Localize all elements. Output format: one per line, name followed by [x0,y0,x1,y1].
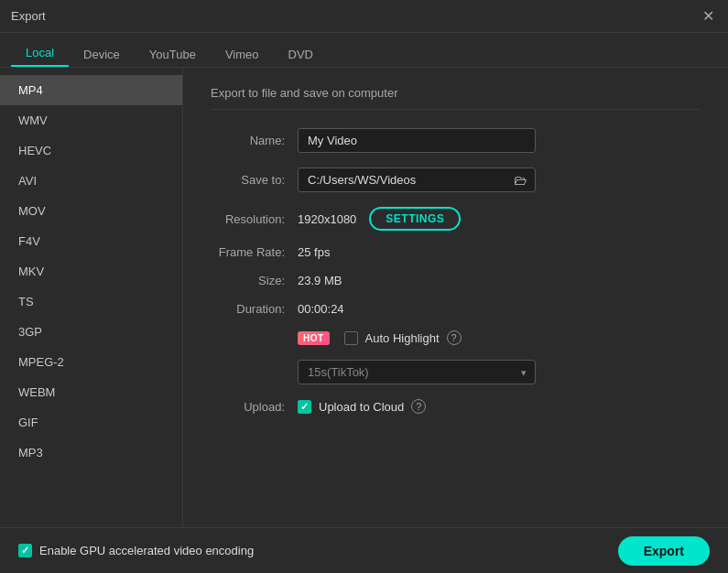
upload-container: Upload to Cloud ? [298,399,426,414]
tiktok-dropdown-container: 15s(TikTok) ▾ [298,360,536,384]
upload-row: Upload: Upload to Cloud ? [211,399,701,414]
gpu-checkbox[interactable] [18,544,32,557]
sidebar-item-3gp[interactable]: 3GP [0,317,182,347]
size-value: 23.9 MB [298,274,342,287]
frame-rate-row: Frame Rate: 25 fps [211,245,701,259]
hot-badge: HOT [298,331,330,345]
name-label: Name: [211,134,298,147]
upload-label: Upload: [211,400,298,414]
tab-local[interactable]: Local [11,38,69,67]
save-to-input[interactable] [299,168,506,191]
tab-dvd[interactable]: DVD [274,40,328,67]
save-to-label: Save to: [211,173,298,187]
resolution-label: Resolution: [211,212,298,226]
name-input[interactable] [298,128,536,153]
settings-button[interactable]: SETTINGS [369,207,461,231]
format-sidebar: MP4 WMV HEVC AVI MOV F4V MKV TS 3GP MPEG… [0,68,183,527]
close-button[interactable]: ✕ [699,7,717,26]
title-text: Export [11,9,46,23]
sidebar-item-gif[interactable]: GIF [0,407,182,438]
main-content: MP4 WMV HEVC AVI MOV F4V MKV TS 3GP MPEG… [0,68,728,527]
sidebar-item-hevc[interactable]: HEVC [0,135,182,166]
auto-highlight-label: Auto Highlight [365,331,440,345]
duration-label: Duration: [211,302,298,316]
upload-to-cloud-checkbox[interactable] [298,400,311,414]
folder-browse-icon[interactable]: 🗁 [506,168,535,191]
sidebar-item-webm[interactable]: WEBM [0,377,182,407]
export-panel: Export to file and save on computer Name… [183,68,728,527]
frame-rate-label: Frame Rate: [211,245,298,259]
tiktok-dropdown[interactable]: 15s(TikTok) [298,360,536,384]
sidebar-item-mp3[interactable]: MP3 [0,438,182,468]
tab-device[interactable]: Device [69,40,135,67]
sidebar-item-mp4[interactable]: MP4 [0,75,182,105]
bottom-bar: Enable GPU accelerated video encoding Ex… [0,527,728,573]
tiktok-row: 15s(TikTok) ▾ [211,360,701,384]
tab-vimeo[interactable]: Vimeo [211,40,274,67]
gpu-label: Enable GPU accelerated video encoding [39,544,254,557]
tab-bar: Local Device YouTube Vimeo DVD [0,33,728,68]
tab-youtube[interactable]: YouTube [135,40,211,67]
size-label: Size: [211,274,298,287]
auto-highlight-row: HOT Auto Highlight ? [211,330,701,345]
upload-help-icon[interactable]: ? [411,399,426,414]
sidebar-item-f4v[interactable]: F4V [0,226,182,256]
sidebar-item-avi[interactable]: AVI [0,166,182,196]
sidebar-item-wmv[interactable]: WMV [0,105,182,135]
frame-rate-value: 25 fps [298,245,330,259]
resolution-value: 1920x1080 [298,212,356,226]
gpu-row: Enable GPU accelerated video encoding [18,544,254,557]
upload-to-cloud-label: Upload to Cloud [319,400,404,414]
sidebar-item-ts[interactable]: TS [0,286,182,317]
size-row: Size: 23.9 MB [211,274,701,287]
title-bar: Export ✕ [0,0,728,33]
duration-row: Duration: 00:00:24 [211,302,701,316]
sidebar-item-mov[interactable]: MOV [0,196,182,226]
sidebar-item-mkv[interactable]: MKV [0,256,182,286]
sidebar-item-mpeg2[interactable]: MPEG-2 [0,347,182,377]
name-row: Name: [211,128,701,153]
save-to-container: 🗁 [298,168,536,192]
auto-highlight-help-icon[interactable]: ? [447,330,462,345]
export-button[interactable]: Export [618,536,710,566]
resolution-row: Resolution: 1920x1080 SETTINGS [211,207,701,231]
auto-highlight-container: HOT Auto Highlight ? [298,330,462,345]
duration-value: 00:00:24 [298,302,344,316]
auto-highlight-checkbox[interactable] [344,331,358,345]
panel-title: Export to file and save on computer [211,86,701,110]
save-to-row: Save to: 🗁 [211,168,701,192]
